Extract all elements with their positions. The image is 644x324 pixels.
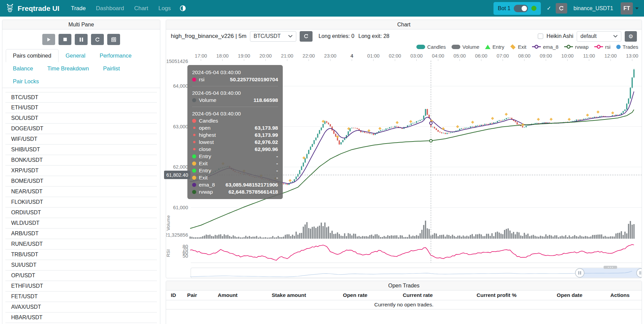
column-header-open-rate[interactable]: Open rate <box>343 292 367 298</box>
legend-triangle-icon <box>485 45 490 49</box>
svg-text:RSI: RSI <box>166 249 171 257</box>
column-header-open-date[interactable]: Open date <box>557 292 582 298</box>
legend-item-rsi[interactable]: rsi <box>594 44 611 50</box>
nav-link-trade[interactable]: Trade <box>71 5 86 12</box>
svg-text:22:00: 22:00 <box>303 53 315 59</box>
tooltip-group: 2024-05-04 03:40:00rsi50.22577020190704 <box>192 69 278 83</box>
pair-row-eth[interactable]: ETH/USDT <box>5 103 157 113</box>
tooltip-label: ema_8 <box>199 181 215 188</box>
pause-bot-button[interactable] <box>75 34 88 45</box>
tooltip-row-lowest: lowest62,976.02 <box>192 138 278 146</box>
legend-item-rvwap[interactable]: rvwap <box>564 44 589 50</box>
tooltip-label: Candles <box>199 117 218 124</box>
pair-row-rune[interactable]: RUNE/USDT <box>5 239 157 250</box>
open-trades-title: Open Trades <box>166 281 642 290</box>
pair-row-wld[interactable]: WLD/USDT <box>5 218 157 229</box>
bot-selector[interactable]: Bot 1 <box>493 2 541 15</box>
pair-row-sui[interactable]: SUI/USDT <box>5 260 157 271</box>
series-dot-icon <box>193 148 196 150</box>
legend-circle-icon <box>616 45 621 49</box>
legend-item-entry[interactable]: Entry <box>485 44 504 50</box>
heikin-ashi-checkbox[interactable] <box>538 34 543 39</box>
svg-text:10:00: 10:00 <box>561 53 574 59</box>
pair-row-avax[interactable]: AVAX/USDT <box>5 302 157 312</box>
tab-pairs-combined[interactable]: Pairs combined <box>6 49 59 62</box>
svg-text:21,325856: 21,325856 <box>166 232 188 238</box>
series-dot-icon <box>192 161 196 166</box>
plot-settings-button[interactable]: ⚙ <box>625 31 637 42</box>
chart-region[interactable]: 64,00063,00062,00061,00051505142617:0018… <box>166 50 642 279</box>
pair-row-arb[interactable]: ARB/USDT <box>5 229 157 239</box>
tab-general[interactable]: General <box>59 49 93 62</box>
legend-item-volume[interactable]: Volume <box>452 44 479 50</box>
legend-item-ema_8[interactable]: ema_8 <box>532 44 558 50</box>
chart-legend: CandlesVolumeEntryExitema_8rvwaprsiTrade… <box>166 43 642 50</box>
refresh-chart-button[interactable] <box>300 31 313 42</box>
pair-row-floki[interactable]: FLOKI/USDT <box>5 197 157 208</box>
pair-row-bome[interactable]: BOME/USDT <box>5 176 157 187</box>
pair-row-near[interactable]: NEAR/USDT <box>5 187 157 197</box>
column-header-id[interactable]: ID <box>171 292 176 298</box>
series-dot-icon <box>192 183 196 187</box>
chevron-down-icon <box>613 35 618 38</box>
crosshair-price-tag: 61,802.40 <box>164 171 190 179</box>
reload-bot-button[interactable] <box>556 3 567 14</box>
nav-link-logs[interactable]: Logs <box>158 5 171 12</box>
pair-row-hbar[interactable]: HBAR/USDT <box>5 312 157 323</box>
series-dot-icon <box>193 127 196 129</box>
pair-row-xrp[interactable]: XRP/USDT <box>5 166 157 176</box>
pair-row-btc[interactable]: BTC/USDT <box>5 92 157 103</box>
column-header-actions[interactable]: Actions <box>611 292 630 298</box>
nav-link-dashboard[interactable]: Dashboard <box>96 5 124 12</box>
column-header-current-rate[interactable]: Current rate <box>403 292 433 298</box>
plot-config-select[interactable]: default <box>577 31 621 42</box>
freqtrade-robot-logo-icon <box>5 4 15 13</box>
cancel-chart-bot-button[interactable] <box>107 34 120 45</box>
legend-item-candles[interactable]: Candles <box>416 44 446 50</box>
bot-toggle[interactable] <box>514 5 528 12</box>
pair-row-fet[interactable]: FET/USDT <box>5 291 157 302</box>
tooltip-row-volume: Volume118.66598 <box>192 96 278 104</box>
pair-row-op[interactable]: OP/USDT <box>5 271 157 281</box>
legend-label: Entry <box>492 44 504 50</box>
pair-row-bonk[interactable]: BONK/USDT <box>5 155 157 166</box>
tab-pairlist[interactable]: Pairlist <box>96 62 127 75</box>
column-header-amount[interactable]: Amount <box>218 292 238 298</box>
brand[interactable]: Freqtrade UI <box>5 4 60 13</box>
pair-row-doge[interactable]: DOGE/USDT <box>5 124 157 134</box>
pair-select[interactable]: BTC/USDT <box>250 31 296 42</box>
play-bot-button[interactable] <box>42 34 55 45</box>
svg-text:12:00: 12:00 <box>604 53 617 59</box>
avatar-caret-icon[interactable] <box>635 7 639 9</box>
theme-toggle-icon[interactable] <box>180 5 186 12</box>
tooltip-label: Volume <box>199 96 216 104</box>
tab-performance[interactable]: Performance <box>92 49 138 62</box>
stop-bot-button[interactable] <box>59 34 71 45</box>
tab-balance[interactable]: Balance <box>6 62 40 75</box>
pair-row-wif[interactable]: WIF/USDT <box>5 134 157 145</box>
column-header-current-profit--[interactable]: Current profit % <box>477 292 516 298</box>
tab-pair-locks[interactable]: Pair Locks <box>6 75 46 88</box>
legend-item-trades[interactable]: Trades <box>616 44 638 50</box>
pair-row-trb[interactable]: TRB/USDT <box>5 250 157 260</box>
pair-row-shib[interactable]: SHIB/USDT <box>5 145 157 155</box>
tab-time-breakdown[interactable]: Time Breakdown <box>40 62 96 75</box>
svg-text:07:00: 07:00 <box>497 53 509 59</box>
legend-item-exit[interactable]: Exit <box>510 44 526 50</box>
legend-label: Candles <box>427 44 446 50</box>
tooltip-label: Exit <box>199 160 208 167</box>
nav-link-chart[interactable]: Chart <box>134 5 148 12</box>
pair-row-ethfi[interactable]: ETHFI/USDT <box>5 281 157 291</box>
avatar[interactable]: FT <box>621 2 633 15</box>
column-header-pair[interactable]: Pair <box>187 292 197 298</box>
svg-text:02:00: 02:00 <box>389 53 401 59</box>
tooltip-timestamp: 2024-05-04 03:40:00 <box>192 69 278 76</box>
svg-text:64,000: 64,000 <box>173 83 188 89</box>
svg-text:62,000: 62,000 <box>173 164 188 170</box>
tooltip-row-highest: highest63,173.99 <box>192 131 278 138</box>
reload-bot-button[interactable] <box>91 34 104 45</box>
pair-row-sol[interactable]: SOL/USDT <box>5 113 157 124</box>
pair-row-ordi[interactable]: ORDI/USDT <box>5 208 157 218</box>
tooltip-value: 118.66598 <box>254 96 278 104</box>
column-header-stake-amount[interactable]: Stake amount <box>272 292 306 298</box>
